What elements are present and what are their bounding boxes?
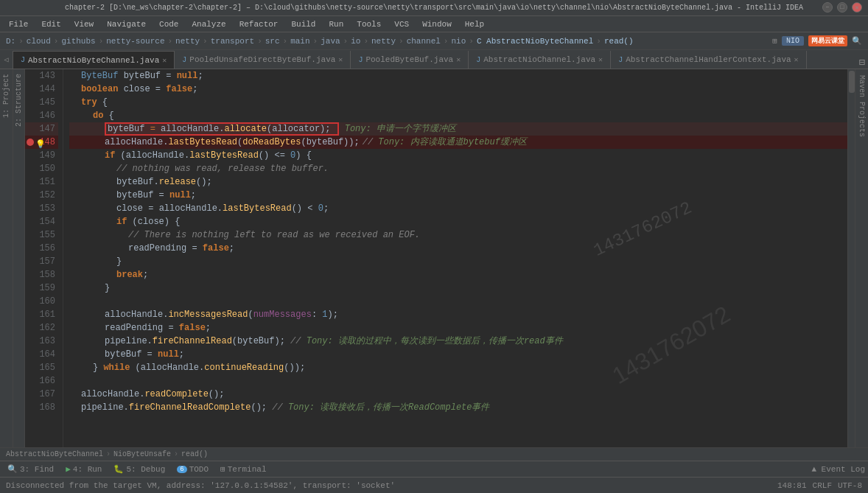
breadcrumb-method[interactable]: read() xyxy=(604,37,634,46)
menu-refactor[interactable]: Refactor xyxy=(234,18,284,30)
status-position[interactable]: 148:81 xyxy=(777,481,807,490)
tab-abstract-handler[interactable]: J AbstractChannelHandlerContext.java ✕ xyxy=(611,51,806,69)
menu-code[interactable]: Code xyxy=(153,18,184,30)
tab-pooled-unsafe[interactable]: J PooledUnsafeDirectByteBuf.java ✕ xyxy=(175,51,351,69)
breadcrumb-d[interactable]: D: xyxy=(6,37,15,46)
bookmark-icon[interactable]: ⊞ xyxy=(772,36,777,46)
event-log-button[interactable]: ▲ Event Log xyxy=(811,465,865,474)
breadcrumb-cloud[interactable]: cloud xyxy=(27,37,51,46)
breadcrumb-netty[interactable]: netty xyxy=(175,37,200,46)
tab-label4: AbstractNioChannel.java xyxy=(483,55,595,64)
status-line-ending[interactable]: CRLF xyxy=(813,481,832,490)
terminal-tool-button[interactable]: ⊞ Terminal xyxy=(216,464,270,475)
menu-analyze[interactable]: Analyze xyxy=(186,18,231,30)
breadcrumb-netty-source[interactable]: netty-source xyxy=(106,37,164,46)
scrollbar-right[interactable] xyxy=(847,69,855,447)
event-log-label: ▲ Event Log xyxy=(811,465,865,474)
bottom-toolbar: 🔍 3: Find ▶ 4: Run 🐛 5: Debug 6 TODO ⊞ T… xyxy=(0,461,868,477)
right-sidebar-structure: Maven Projects xyxy=(855,69,868,447)
tab-label: AbstractNioByteChannel.java xyxy=(28,56,159,65)
status-bar: Disconnected from the target VM, address… xyxy=(0,477,868,493)
breadcrumb-src[interactable]: src xyxy=(265,37,280,46)
code-line-161: allocHandle.incMessagesRead(numMessages:… xyxy=(69,308,847,321)
left-sidebar: 1: Project xyxy=(0,69,13,447)
breadcrumb-class[interactable]: C AbstractNioByteChannel xyxy=(477,37,593,46)
sidebar-project-label[interactable]: 1: Project xyxy=(1,71,12,121)
tab-close-icon5[interactable]: ✕ xyxy=(794,55,799,64)
menu-navigate[interactable]: Navigate xyxy=(101,18,152,30)
sidebar-toggle[interactable]: ◁ xyxy=(0,51,13,69)
debug-tool-button[interactable]: 🐛 5: Debug xyxy=(109,464,169,475)
menu-run[interactable]: Run xyxy=(323,18,349,30)
java-file-icon3: J xyxy=(358,56,363,64)
code-line-158: break; xyxy=(69,268,847,282)
find-label: 3: Find xyxy=(20,465,54,474)
breakpoint-dot xyxy=(27,139,34,146)
code-line-155: // There is nothing left to read as we r… xyxy=(69,228,847,242)
menu-help[interactable]: Help xyxy=(459,18,490,30)
breadcrumb-io[interactable]: io xyxy=(351,37,360,46)
code-line-160 xyxy=(69,295,847,308)
tab-close-icon2[interactable]: ✕ xyxy=(338,55,343,64)
breadcrumb-channel[interactable]: channel xyxy=(407,37,441,46)
code-line-147: byteBuf = allocHandle.allocate(allocator… xyxy=(69,122,847,136)
menu-view[interactable]: View xyxy=(69,18,99,30)
tab-close-icon4[interactable]: ✕ xyxy=(598,55,603,64)
line-num-167: 167 xyxy=(25,388,58,401)
java-file-icon2: J xyxy=(182,56,186,64)
search-icon[interactable]: 🔍 xyxy=(852,36,862,46)
todo-badge: 6 xyxy=(177,466,186,473)
breadcrumb-java[interactable]: java xyxy=(321,37,340,46)
code-line-151: byteBuf.release(); xyxy=(69,175,847,189)
code-line-159: } xyxy=(69,282,847,295)
menu-edit[interactable]: Edit xyxy=(35,18,66,30)
maximize-button[interactable]: □ xyxy=(837,2,847,13)
run-label: 4: Run xyxy=(73,465,102,474)
breadcrumb-githubs[interactable]: githubs xyxy=(61,37,95,46)
line-num-150: 150 xyxy=(25,162,58,175)
line-num-159: 159 xyxy=(25,282,58,295)
tab-label3: PooledByteBuf.java xyxy=(365,55,453,64)
breadcrumb-transport[interactable]: transport xyxy=(211,37,254,46)
code-line-145: try { xyxy=(69,96,847,109)
tab-close-icon3[interactable]: ✕ xyxy=(456,55,461,64)
line-num-164: 164 xyxy=(25,348,58,361)
tab-overflow-icon[interactable]: ⊟ xyxy=(859,56,865,69)
tab-abstract-nio[interactable]: J AbstractNioChannel.java ✕ xyxy=(469,51,611,69)
tab-close-icon[interactable]: ✕ xyxy=(162,56,167,65)
find-icon: 🔍 xyxy=(7,464,18,474)
terminal-label: Terminal xyxy=(228,465,267,474)
menu-window[interactable]: Window xyxy=(416,18,458,30)
maven-projects-label[interactable]: Maven Projects xyxy=(856,72,867,140)
code-line-165: } while (allocHandle.continueReading()); xyxy=(69,361,847,374)
todo-tool-button[interactable]: 6 TODO xyxy=(172,464,213,475)
minimize-button[interactable]: – xyxy=(822,2,833,13)
file-path-text: AbstractNioByteChannel xyxy=(6,450,103,458)
scroll-thumb[interactable] xyxy=(849,71,855,93)
tab-abstract-nio-byte[interactable]: J AbstractNioByteChannel.java ✕ xyxy=(13,51,175,69)
code-line-144: boolean close = false; xyxy=(69,83,847,96)
breadcrumb-netty2[interactable]: netty xyxy=(371,37,396,46)
menu-tools[interactable]: Tools xyxy=(351,18,387,30)
structure-label[interactable]: 2: Structure xyxy=(13,71,24,130)
tab-label5: AbstractChannelHandlerContext.java xyxy=(626,55,791,64)
breadcrumb-nio[interactable]: nio xyxy=(451,37,466,46)
code-line-154: if (close) { xyxy=(69,215,847,228)
code-line-149: if (allocHandle.lastBytesRead() <= 0) { xyxy=(69,149,847,162)
find-tool-button[interactable]: 🔍 3: Find xyxy=(3,464,58,475)
code-editor[interactable]: ByteBuf byteBuf = null; boolean close = … xyxy=(63,69,847,447)
menu-vcs[interactable]: VCS xyxy=(388,18,415,30)
code-line-156: readPending = false; 1431762072 xyxy=(69,242,847,255)
menu-build[interactable]: Build xyxy=(285,18,321,30)
code-line-146: do { xyxy=(69,109,847,122)
close-button[interactable]: ✕ xyxy=(852,2,862,13)
line-num-148: 148 💡 xyxy=(25,136,58,149)
code-line-164: byteBuf = null; xyxy=(69,348,847,361)
menu-file[interactable]: File xyxy=(3,18,34,30)
breadcrumb-main[interactable]: main xyxy=(290,37,309,46)
run-tool-button[interactable]: ▶ 4: Run xyxy=(61,464,106,475)
tab-pooled-byte[interactable]: J PooledByteBuf.java ✕ xyxy=(351,51,469,69)
window-controls[interactable]: – □ ✕ xyxy=(822,2,862,13)
status-encoding[interactable]: UTF-8 xyxy=(838,481,862,490)
line-num-143: 143 xyxy=(25,69,58,83)
